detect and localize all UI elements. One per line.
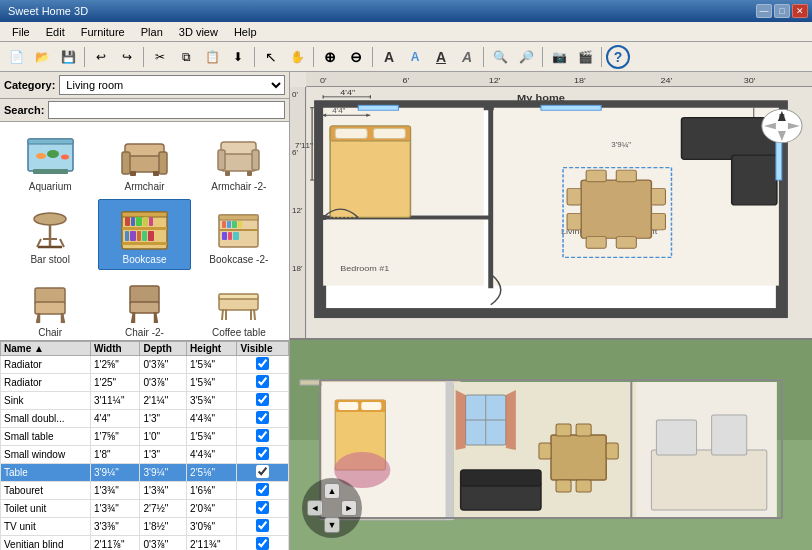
minimize-button[interactable]: — <box>756 4 772 18</box>
visible-checkbox[interactable] <box>256 357 269 370</box>
cell-depth: 1'8½" <box>140 518 187 536</box>
category-label: Category: <box>4 79 55 91</box>
visible-checkbox[interactable] <box>256 501 269 514</box>
pan-button[interactable]: ✋ <box>285 45 309 69</box>
svg-rect-25 <box>122 212 167 217</box>
svg-text:7'11": 7'11" <box>295 142 313 150</box>
chair-label: Chair <box>38 327 62 338</box>
text-a4-button[interactable]: A <box>455 45 479 69</box>
camera-button[interactable]: 📷 <box>547 45 571 69</box>
close-button[interactable]: ✕ <box>792 4 808 18</box>
search-input[interactable] <box>48 101 285 119</box>
furniture-item-chair[interactable]: Chair <box>4 272 96 340</box>
cell-visible <box>237 482 289 500</box>
furniture-item-armchair2[interactable]: Armchair -2- <box>193 126 285 197</box>
visible-checkbox[interactable] <box>256 429 269 442</box>
zoomout-button[interactable]: 🔎 <box>514 45 538 69</box>
floor-plan[interactable]: 0' 6' 12' 18' 24' 30' 0' 6' 12' 18' My h… <box>290 72 812 340</box>
cell-depth: 1'3" <box>140 446 187 464</box>
visible-checkbox[interactable] <box>256 483 269 496</box>
aquarium-icon <box>20 131 80 181</box>
nav-compass[interactable]: ▲ ▼ ◄ ► <box>302 478 362 538</box>
menu-furniture[interactable]: Furniture <box>73 24 133 40</box>
armchair-icon <box>114 131 174 181</box>
nav-left-button[interactable]: ◄ <box>307 500 323 516</box>
text-a2-button[interactable]: A <box>403 45 427 69</box>
undo-button[interactable]: ↩ <box>89 45 113 69</box>
table-row[interactable]: Small window1'8"1'3"4'4¾" <box>1 446 289 464</box>
furniture-item-bookcase2[interactable]: Bookcase -2- <box>193 199 285 270</box>
table-row[interactable]: Small doubl...4'4"1'3"4'4¾" <box>1 410 289 428</box>
menu-bar: File Edit Furniture Plan 3D view Help <box>0 22 812 42</box>
menu-plan[interactable]: Plan <box>133 24 171 40</box>
cell-height: 1'5¾" <box>187 356 237 374</box>
col-name[interactable]: Name ▲ <box>1 342 91 356</box>
category-select[interactable]: Living room Bedroom Kitchen Bathroom <box>59 75 285 95</box>
cell-depth: 0'3⅞" <box>140 374 187 392</box>
text-a3-button[interactable]: A <box>429 45 453 69</box>
col-width[interactable]: Width <box>90 342 139 356</box>
table-row[interactable]: Toilet unit1'3¾"2'7½"2'0¾" <box>1 500 289 518</box>
property-table-scroll[interactable]: Name ▲ Width Depth Height Visible Radiat… <box>0 341 289 550</box>
paste-button[interactable]: 📋 <box>200 45 224 69</box>
furniture-item-aquarium[interactable]: Aquarium <box>4 126 96 197</box>
svg-rect-154 <box>556 480 571 492</box>
visible-checkbox[interactable] <box>256 375 269 388</box>
armchair2-icon <box>209 131 269 181</box>
table-row[interactable]: Small table1'7⅝"1'0"1'5¾" <box>1 428 289 446</box>
col-visible[interactable]: Visible <box>237 342 289 356</box>
select-button[interactable]: ↖ <box>259 45 283 69</box>
visible-checkbox[interactable] <box>256 393 269 406</box>
redo-button[interactable]: ↪ <box>115 45 139 69</box>
svg-text:3'9¼": 3'9¼" <box>611 140 631 148</box>
table-row[interactable]: TV unit3'3⅜"1'8½"3'0⅝" <box>1 518 289 536</box>
zoomout-plan-button[interactable]: ⊖ <box>344 45 368 69</box>
svg-rect-152 <box>556 424 571 436</box>
help-button[interactable]: ? <box>606 45 630 69</box>
svg-rect-111 <box>586 237 606 249</box>
zoomin-button[interactable]: 🔍 <box>488 45 512 69</box>
open-button[interactable]: 📂 <box>30 45 54 69</box>
cell-height: 1'6⅛" <box>187 482 237 500</box>
col-height[interactable]: Height <box>187 342 237 356</box>
import-button[interactable]: ⬇ <box>226 45 250 69</box>
svg-rect-5 <box>33 169 68 174</box>
visible-checkbox[interactable] <box>256 519 269 532</box>
table-row[interactable]: Sink3'11¼"2'1¼"3'5¾" <box>1 392 289 410</box>
zoomin-plan-button[interactable]: ⊕ <box>318 45 342 69</box>
furniture-item-armchair[interactable]: Armchair <box>98 126 190 197</box>
col-depth[interactable]: Depth <box>140 342 187 356</box>
svg-text:4'4": 4'4" <box>340 88 355 97</box>
render-button[interactable]: 🎬 <box>573 45 597 69</box>
nav-up-button[interactable]: ▲ <box>324 483 340 499</box>
new-button[interactable]: 📄 <box>4 45 28 69</box>
menu-edit[interactable]: Edit <box>38 24 73 40</box>
nav-right-button[interactable]: ► <box>341 500 357 516</box>
table-row[interactable]: Radiator1'2⅝"0'3⅞"1'5¾" <box>1 356 289 374</box>
cell-width: 1'3¾" <box>90 500 139 518</box>
visible-checkbox[interactable] <box>256 537 269 550</box>
save-button[interactable]: 💾 <box>56 45 80 69</box>
visible-checkbox[interactable] <box>256 447 269 460</box>
furniture-item-chair2[interactable]: Chair -2- <box>98 272 190 340</box>
cell-width: 3'9¼" <box>90 464 139 482</box>
table-row[interactable]: Table3'9¼"3'9¼"2'5⅛" <box>1 464 289 482</box>
menu-help[interactable]: Help <box>226 24 265 40</box>
furniture-item-bookcase[interactable]: Bookcase <box>98 199 190 270</box>
visible-checkbox[interactable] <box>256 465 269 478</box>
cut-button[interactable]: ✂ <box>148 45 172 69</box>
svg-point-18 <box>34 213 66 225</box>
view-3d[interactable]: ▲ ▼ ◄ ► <box>290 340 812 550</box>
copy-button[interactable]: ⧉ <box>174 45 198 69</box>
furniture-item-barstool[interactable]: Bar stool <box>4 199 96 270</box>
table-row[interactable]: Tabouret1'3¾"1'3¾"1'6⅛" <box>1 482 289 500</box>
text-a1-button[interactable]: A <box>377 45 401 69</box>
table-row[interactable]: Venitian blind2'11⅞"0'3⅞"2'11¾" <box>1 536 289 551</box>
maximize-button[interactable]: □ <box>774 4 790 18</box>
nav-down-button[interactable]: ▼ <box>324 517 340 533</box>
menu-3dview[interactable]: 3D view <box>171 24 226 40</box>
table-row[interactable]: Radiator1'25"0'3⅞"1'5¾" <box>1 374 289 392</box>
menu-file[interactable]: File <box>4 24 38 40</box>
visible-checkbox[interactable] <box>256 411 269 424</box>
furniture-item-coffeetable[interactable]: Coffee table <box>193 272 285 340</box>
